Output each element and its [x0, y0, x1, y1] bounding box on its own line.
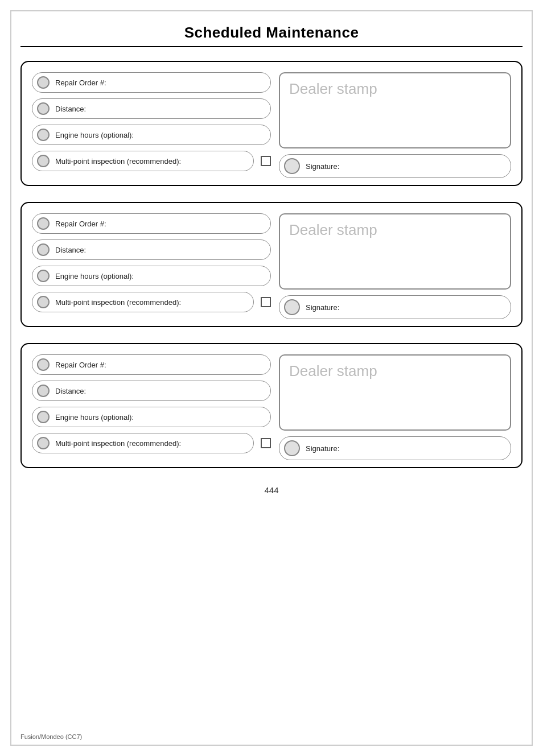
card-right-1: Dealer stampSignature: — [279, 72, 511, 178]
card-left-3: Repair Order #:Distance:Engine hours (op… — [32, 354, 271, 460]
repair-order-1-circle — [37, 76, 50, 89]
card-left-1: Repair Order #:Distance:Engine hours (op… — [32, 72, 271, 178]
multipoint-3-input: Multi-point inspection (recommended): — [32, 433, 254, 453]
card-right-3: Dealer stampSignature: — [279, 354, 511, 460]
signature-row-2: Signature: — [279, 295, 511, 319]
title-divider — [20, 46, 523, 47]
page-border-top — [10, 10, 533, 11]
signature-circle-1 — [284, 158, 300, 174]
page-border-left — [10, 10, 11, 746]
multipoint-1-row: Multi-point inspection (recommended): — [32, 151, 271, 171]
multipoint-1-input: Multi-point inspection (recommended): — [32, 151, 254, 171]
cards-container: Repair Order #:Distance:Engine hours (op… — [0, 61, 543, 468]
repair-order-3-circle — [37, 358, 50, 371]
dealer-stamp-text-3: Dealer stamp — [289, 362, 377, 379]
distance-1-circle — [37, 102, 50, 115]
engine-hours-3-circle — [37, 411, 50, 423]
signature-label-2: Signature: — [306, 303, 339, 312]
multipoint-2-row: Multi-point inspection (recommended): — [32, 292, 271, 312]
page-border-right — [532, 10, 533, 746]
engine-hours-1-circle — [37, 129, 50, 141]
card-right-2: Dealer stampSignature: — [279, 213, 511, 319]
repair-order-1-row: Repair Order #: — [32, 72, 271, 93]
multipoint-3-checkbox[interactable] — [261, 438, 271, 448]
dealer-stamp-box-1: Dealer stamp — [279, 72, 511, 148]
engine-hours-2-circle — [37, 270, 50, 282]
multipoint-2-label: Multi-point inspection (recommended): — [55, 298, 181, 307]
multipoint-1-circle — [37, 155, 50, 167]
distance-3-label: Distance: — [55, 387, 86, 395]
engine-hours-3-label: Engine hours (optional): — [55, 413, 134, 422]
multipoint-1-label: Multi-point inspection (recommended): — [55, 157, 181, 166]
distance-1-row: Distance: — [32, 98, 271, 119]
multipoint-3-label: Multi-point inspection (recommended): — [55, 439, 181, 448]
distance-3-row: Distance: — [32, 381, 271, 401]
card-left-2: Repair Order #:Distance:Engine hours (op… — [32, 213, 271, 319]
signature-label-1: Signature: — [306, 162, 339, 171]
repair-order-3-label: Repair Order #: — [55, 361, 106, 369]
repair-order-3-row: Repair Order #: — [32, 354, 271, 375]
multipoint-3-circle — [37, 437, 50, 449]
page-border-bottom — [10, 745, 533, 746]
engine-hours-2-row: Engine hours (optional): — [32, 266, 271, 286]
distance-2-row: Distance: — [32, 239, 271, 260]
engine-hours-1-label: Engine hours (optional): — [55, 131, 134, 139]
dealer-stamp-box-2: Dealer stamp — [279, 213, 511, 290]
distance-1-label: Distance: — [55, 105, 86, 113]
multipoint-1-checkbox[interactable] — [261, 156, 271, 166]
engine-hours-2-label: Engine hours (optional): — [55, 272, 134, 280]
distance-2-label: Distance: — [55, 246, 86, 254]
dealer-stamp-text-2: Dealer stamp — [289, 221, 377, 238]
repair-order-2-row: Repair Order #: — [32, 213, 271, 234]
dealer-stamp-text-1: Dealer stamp — [289, 80, 377, 97]
maintenance-card-2: Repair Order #:Distance:Engine hours (op… — [20, 202, 523, 327]
maintenance-card-1: Repair Order #:Distance:Engine hours (op… — [20, 61, 523, 186]
distance-2-circle — [37, 243, 50, 256]
repair-order-2-label: Repair Order #: — [55, 220, 106, 228]
distance-3-circle — [37, 385, 50, 397]
signature-row-3: Signature: — [279, 436, 511, 460]
multipoint-2-checkbox[interactable] — [261, 297, 271, 307]
repair-order-2-circle — [37, 217, 50, 230]
page-title: Scheduled Maintenance — [0, 0, 543, 46]
engine-hours-1-row: Engine hours (optional): — [32, 125, 271, 145]
multipoint-3-row: Multi-point inspection (recommended): — [32, 433, 271, 453]
repair-order-1-label: Repair Order #: — [55, 79, 106, 87]
page-number: 444 — [0, 485, 543, 501]
signature-circle-3 — [284, 440, 300, 456]
multipoint-2-input: Multi-point inspection (recommended): — [32, 292, 254, 312]
signature-circle-2 — [284, 299, 300, 315]
engine-hours-3-row: Engine hours (optional): — [32, 407, 271, 427]
dealer-stamp-box-3: Dealer stamp — [279, 354, 511, 431]
signature-label-3: Signature: — [306, 444, 339, 453]
signature-row-1: Signature: — [279, 154, 511, 178]
footer-note: Fusion/Mondeo (CC7) — [20, 733, 82, 740]
maintenance-card-3: Repair Order #:Distance:Engine hours (op… — [20, 343, 523, 468]
multipoint-2-circle — [37, 296, 50, 308]
